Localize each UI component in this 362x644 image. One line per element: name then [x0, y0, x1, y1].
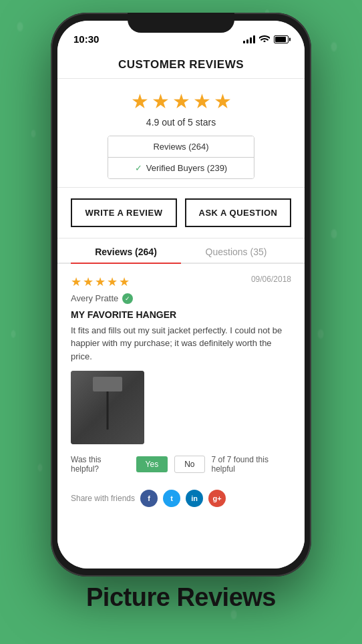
verified-check-icon: ✓ — [135, 163, 142, 173]
verified-badge-icon: ✓ — [122, 293, 133, 304]
share-label: Share with friends — [71, 494, 135, 503]
signal-icon — [243, 35, 255, 43]
bottom-label: Picture Reviews — [86, 583, 276, 612]
screen-content: CUSTOMER REVIEWS ★ ★ ★ ★ ★ 4.9 out of 5 … — [57, 50, 305, 569]
linkedin-icon[interactable]: in — [186, 490, 203, 507]
rating-section: ★ ★ ★ ★ ★ 4.9 out of 5 stars Reviews (26… — [57, 79, 305, 188]
ask-question-button[interactable]: ASK A QUESTION — [185, 198, 291, 227]
action-buttons: WRITE A REVIEW ASK A QUESTION — [57, 188, 305, 238]
reviews-filter-button[interactable]: Reviews (264) — [108, 136, 254, 158]
status-icons — [243, 34, 289, 44]
review-header: ★ ★ ★ ★ ★ 09/06/2018 — [71, 275, 291, 289]
review-item: ★ ★ ★ ★ ★ 09/06/2018 Avery Pratte ✓ MY F… — [57, 264, 305, 518]
phone-screen: 10:30 CUSTOMER REVIEWS — [57, 21, 305, 569]
review-date: 09/06/2018 — [251, 275, 291, 284]
helpful-count: 7 of 7 found this helpful — [212, 455, 292, 474]
battery-icon — [274, 35, 289, 43]
rating-stars: ★ ★ ★ ★ ★ — [131, 90, 232, 113]
page-title: CUSTOMER REVIEWS — [57, 50, 305, 79]
star-4: ★ — [193, 90, 211, 113]
star-3: ★ — [172, 90, 190, 113]
helpful-label: Was this helpful? — [71, 455, 130, 474]
helpful-row: Was this helpful? Yes No 7 of 7 found th… — [71, 455, 291, 480]
review-star-1: ★ — [71, 275, 81, 289]
jacket-photo — [71, 371, 144, 444]
googleplus-icon[interactable]: g+ — [208, 490, 226, 507]
filter-buttons: Reviews (264) ✓ Verified Buyers (239) — [108, 136, 254, 179]
write-review-button[interactable]: WRITE A REVIEW — [71, 198, 177, 227]
review-title: MY FAVORITE HANGER — [71, 309, 291, 320]
review-stars: ★ ★ ★ ★ ★ — [71, 275, 130, 289]
reviewer-name: Avery Pratte — [71, 293, 118, 303]
tab-reviews[interactable]: Reviews (264) — [71, 238, 181, 263]
twitter-icon[interactable]: t — [163, 490, 180, 507]
rating-text: 4.9 out of 5 stars — [146, 117, 216, 128]
review-star-4: ★ — [107, 275, 118, 289]
star-1: ★ — [131, 90, 149, 113]
wifi-icon — [259, 34, 270, 44]
review-star-5: ★ — [119, 275, 130, 289]
status-time: 10:30 — [73, 33, 99, 45]
helpful-yes-button[interactable]: Yes — [136, 456, 168, 472]
review-image — [71, 371, 144, 444]
review-star-3: ★ — [95, 275, 106, 289]
helpful-no-button[interactable]: No — [174, 456, 204, 473]
share-row: Share with friends f t in g+ — [71, 487, 291, 507]
reviewer-row: Avery Pratte ✓ — [71, 293, 291, 304]
phone-frame: 10:30 CUSTOMER REVIEWS — [51, 13, 311, 577]
star-2: ★ — [152, 90, 170, 113]
facebook-icon[interactable]: f — [140, 490, 158, 507]
tab-questions[interactable]: Questions (35) — [181, 238, 291, 263]
verified-filter-button[interactable]: ✓ Verified Buyers (239) — [108, 158, 254, 178]
review-star-2: ★ — [83, 275, 94, 289]
phone-notch — [128, 13, 234, 33]
star-5: ★ — [214, 90, 232, 113]
tabs-row: Reviews (264) Questions (35) — [57, 238, 305, 264]
review-body: It fits and fills out my suit jacket per… — [71, 324, 291, 363]
